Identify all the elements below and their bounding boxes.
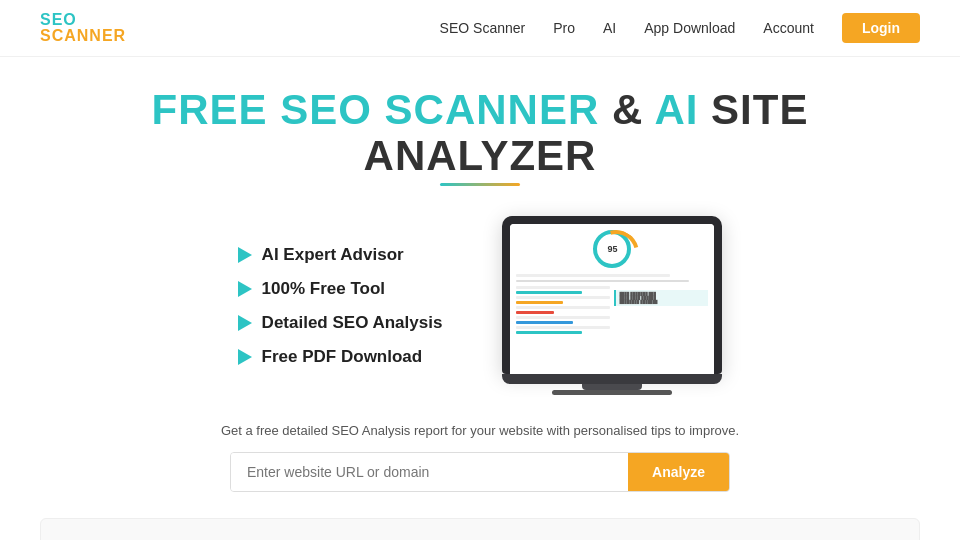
laptop-screen-outer: 95 xyxy=(502,216,722,374)
nav-ai[interactable]: AI xyxy=(603,20,616,36)
bottom-section: AI Powered Website On-Page SEO Scanner O… xyxy=(40,518,920,540)
login-button[interactable]: Login xyxy=(842,13,920,43)
score-value: 95 xyxy=(607,244,617,254)
analyze-section: Get a free detailed SEO Analysis report … xyxy=(0,405,960,502)
analyze-button[interactable]: Analyze xyxy=(628,453,729,491)
laptop-foot xyxy=(552,390,672,395)
screen-text-block: ████ ███████ ███ ████ ████ ██████ ██████… xyxy=(516,286,708,336)
screen-row-6 xyxy=(516,311,554,314)
screen-line-2 xyxy=(516,280,689,282)
laptop-mockup: 95 xyxy=(502,216,722,395)
screen-line-1 xyxy=(516,274,670,277)
nav-pro[interactable]: Pro xyxy=(553,20,575,36)
screen-row-9 xyxy=(516,326,610,329)
screen-row-10 xyxy=(516,331,582,334)
feature-item-1: AI Expert Advisor xyxy=(238,245,443,265)
logo[interactable]: SEO SCANNER xyxy=(40,12,126,44)
url-input[interactable] xyxy=(231,453,628,491)
laptop-base xyxy=(502,374,722,384)
logo-seo: SEO xyxy=(40,12,126,28)
nav-seo-scanner[interactable]: SEO Scanner xyxy=(440,20,526,36)
hero-section: FREE SEO SCANNER & AI SITE ANALYZER xyxy=(0,57,960,196)
screen-row-1 xyxy=(516,286,610,289)
nav-account[interactable]: Account xyxy=(763,20,814,36)
feature-label-2: 100% Free Tool xyxy=(262,279,385,299)
screen-row-7 xyxy=(516,316,610,319)
header: SEO SCANNER SEO Scanner Pro AI App Downl… xyxy=(0,0,960,57)
arrow-icon-4 xyxy=(238,349,252,365)
screen-highlight: ████ ███████ ███ ████ ████ ██████ ██████… xyxy=(614,290,708,306)
features-section: AI Expert Advisor 100% Free Tool Detaile… xyxy=(0,196,960,405)
analyze-form: Analyze xyxy=(230,452,730,492)
arrow-icon-3 xyxy=(238,315,252,331)
main-nav: SEO Scanner Pro AI App Download Account … xyxy=(440,13,920,43)
hero-title: FREE SEO SCANNER & AI SITE ANALYZER xyxy=(40,87,920,179)
feature-item-4: Free PDF Download xyxy=(238,347,443,367)
feature-item-3: Detailed SEO Analysis xyxy=(238,313,443,333)
hero-underline xyxy=(440,183,520,186)
analyze-description: Get a free detailed SEO Analysis report … xyxy=(40,423,920,438)
screen-row-5 xyxy=(516,306,610,309)
arrow-icon-1 xyxy=(238,247,252,263)
screen-row-2 xyxy=(516,291,582,294)
features-list: AI Expert Advisor 100% Free Tool Detaile… xyxy=(238,245,443,367)
laptop-screen-inner: 95 xyxy=(510,224,714,374)
feature-label-4: Free PDF Download xyxy=(262,347,423,367)
screen-row-3 xyxy=(516,296,610,299)
screen-content: 95 xyxy=(510,224,714,374)
score-circle: 95 xyxy=(593,230,631,268)
screen-row-8 xyxy=(516,321,572,324)
nav-app-download[interactable]: App Download xyxy=(644,20,735,36)
laptop: 95 xyxy=(502,216,722,395)
arrow-icon-2 xyxy=(238,281,252,297)
logo-scanner: SCANNER xyxy=(40,28,126,44)
screen-col-right: ████ ███████ ███ ████ ████ ██████ ██████… xyxy=(614,286,708,336)
feature-label-3: Detailed SEO Analysis xyxy=(262,313,443,333)
screen-col-left xyxy=(516,286,610,336)
feature-item-2: 100% Free Tool xyxy=(238,279,443,299)
screen-row-4 xyxy=(516,301,563,304)
feature-label-1: AI Expert Advisor xyxy=(262,245,404,265)
